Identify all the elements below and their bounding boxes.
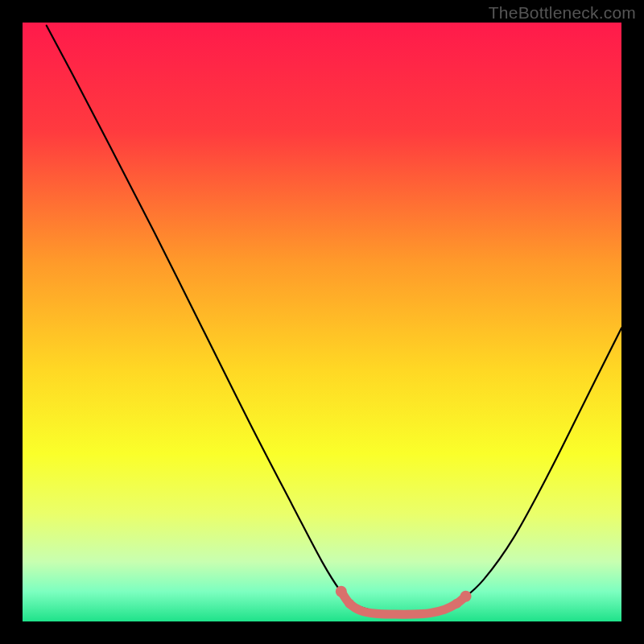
bottleneck-chart xyxy=(23,23,621,621)
chart-container: TheBottleneck.com xyxy=(0,0,644,644)
optimal-range-dot xyxy=(460,591,472,602)
optimal-range-dot xyxy=(452,599,461,609)
optimal-range-dot xyxy=(336,586,347,597)
watermark-text: TheBottleneck.com xyxy=(489,3,636,23)
gradient-background xyxy=(23,23,621,621)
optimal-range-dot xyxy=(345,599,354,609)
